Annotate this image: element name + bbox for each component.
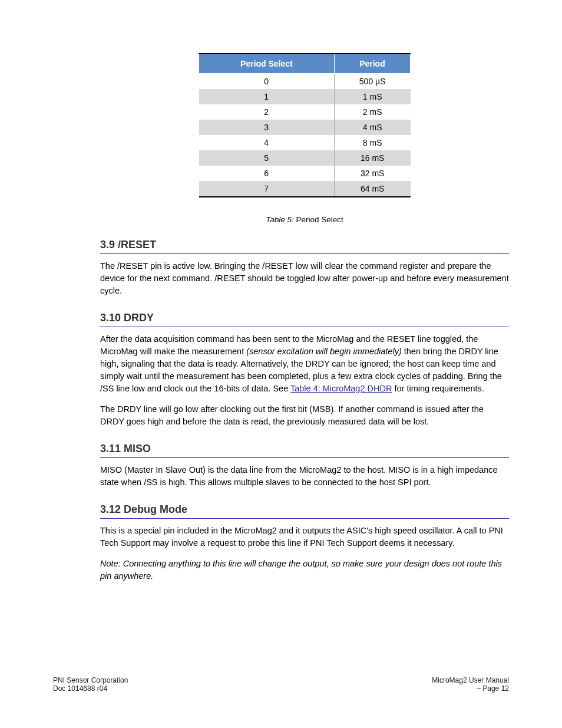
section-divider — [100, 253, 509, 254]
footer-manual: MicroMag2 User Manual — [432, 676, 509, 684]
table-row: 3 4 mS — [199, 120, 411, 135]
section-body-drdy-1: After the data acquisition command has b… — [100, 333, 509, 395]
page-footer: PNI Sensor Corporation Doc 1014688 r04 M… — [53, 676, 509, 693]
caption-label: Table 5: — [266, 215, 294, 224]
cell-period: 4 mS — [334, 120, 410, 135]
drdy-link[interactable]: Table 4: MicroMag2 DHDR — [290, 384, 392, 393]
caption-text: Period Select — [296, 215, 343, 224]
debug-note-text: Connecting anything to this line will ch… — [100, 559, 502, 581]
cell-period: 2 mS — [334, 104, 410, 120]
drdy-text-end: for timing requirements. — [394, 384, 484, 393]
cell-period: 8 mS — [334, 135, 410, 150]
table-row: 2 2 mS — [199, 104, 411, 120]
section-divider — [100, 518, 509, 519]
footer-doc: Doc 1014688 r04 — [53, 684, 128, 693]
col-header-period-select: Period Select — [199, 54, 335, 74]
cell-period: 64 mS — [334, 181, 410, 197]
table-row: 7 64 mS — [199, 181, 411, 197]
footer-right: MicroMag2 User Manual – Page 12 — [432, 676, 509, 693]
footer-left: PNI Sensor Corporation Doc 1014688 r04 — [53, 676, 128, 693]
section-title-miso: 3.11 MISO — [100, 443, 509, 455]
section-divider — [100, 327, 509, 327]
footer-page-num: 12 — [501, 684, 509, 693]
section-body-miso: MISO (Master In Slave Out) is the data l… — [100, 464, 509, 489]
cell-period: 32 mS — [334, 166, 410, 181]
table-row: 5 16 mS — [199, 150, 411, 166]
drdy-text-italic: (sensor excitation will begin immediatel… — [246, 347, 402, 356]
table-row: 0 500 µS — [199, 74, 411, 90]
cell-ps: 3 — [199, 120, 335, 135]
footer-page-label: – Page — [477, 684, 499, 693]
section-title-reset: 3.9 /RESET — [100, 239, 509, 251]
footer-company: PNI Sensor Corporation — [53, 676, 128, 684]
section-body-debug-2: Note: Connecting anything to this line w… — [100, 558, 509, 582]
section-body-reset: The /RESET pin is active low. Bringing t… — [100, 260, 509, 297]
cell-period: 500 µS — [334, 74, 410, 90]
section-divider — [100, 457, 509, 458]
table-row: 6 32 mS — [199, 166, 411, 181]
cell-ps: 6 — [199, 166, 335, 181]
footer-page: – Page 12 — [432, 684, 509, 693]
cell-ps: 5 — [199, 150, 335, 166]
table-caption: Table 5: Period Select — [100, 215, 509, 224]
section-body-debug-1: This is a special pin included in the Mi… — [100, 525, 509, 549]
table-row: 1 1 mS — [199, 89, 411, 104]
cell-period: 1 mS — [334, 89, 410, 104]
debug-note-label: Note: — [100, 559, 121, 568]
section-body-drdy-2: The DRDY line will go low after clocking… — [100, 403, 509, 428]
cell-ps: 1 — [199, 89, 335, 104]
cell-ps: 0 — [199, 74, 335, 90]
cell-ps: 4 — [199, 135, 335, 150]
section-title-debug: 3.12 Debug Mode — [100, 503, 509, 516]
cell-ps: 2 — [199, 104, 335, 120]
table-row: 4 8 mS — [199, 135, 411, 150]
period-select-table: Period Select Period 0 500 µS 1 1 mS 2 2… — [199, 53, 411, 197]
cell-ps: 7 — [199, 181, 335, 197]
cell-period: 16 mS — [334, 150, 410, 166]
col-header-period: Period — [334, 54, 410, 74]
page-content: Period Select Period 0 500 µS 1 1 mS 2 2… — [0, 0, 562, 614]
section-title-drdy: 3.10 DRDY — [100, 312, 509, 324]
